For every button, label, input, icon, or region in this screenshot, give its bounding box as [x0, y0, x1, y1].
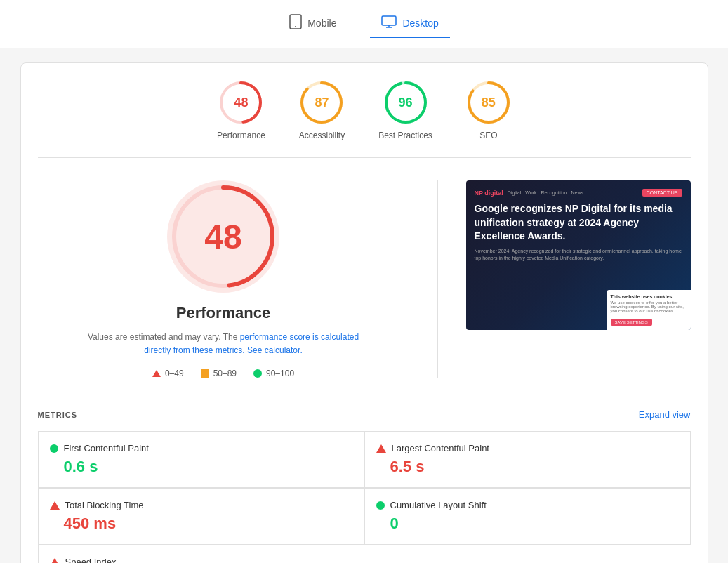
info-text: Values are estimated and may vary. The p…	[83, 331, 364, 357]
desktop-tab[interactable]: Desktop	[370, 10, 449, 38]
metric-cls-name-row: Cumulative Layout Shift	[376, 500, 679, 510]
content-area: 48 Performance Values are estimated and …	[38, 158, 691, 395]
calculator-link[interactable]: See calculator.	[247, 345, 303, 355]
top-navigation: Mobile Desktop	[0, 0, 728, 48]
metric-si-indicator	[50, 558, 60, 563]
expand-view-button[interactable]: Expand view	[639, 409, 691, 420]
info-text-static: Values are estimated and may vary. The	[88, 332, 237, 342]
legend-high-range: 90–100	[266, 369, 294, 378]
cookie-button: SAVE SETTINGS	[611, 319, 652, 326]
metrics-section-title: METRICS	[38, 411, 78, 419]
score-best-practices: 96 Best Practices	[378, 80, 432, 140]
metric-cls-label: Cumulative Layout Shift	[390, 500, 487, 510]
metric-si-label: Speed Index	[65, 557, 117, 563]
metric-fcp-name-row: First Contentful Paint	[50, 443, 353, 453]
nav-logo: NP digital	[475, 190, 503, 197]
metrics-section: METRICS Expand view First Contentful Pai…	[38, 395, 691, 563]
screenshot-nav: NP digital Digital Work Recognition News…	[475, 189, 682, 197]
performance-score-value: 48	[234, 95, 248, 110]
metrics-grid: First Contentful Paint 0.6 s Largest Con…	[38, 431, 691, 563]
svg-point-1	[295, 26, 296, 27]
performance-title: Performance	[176, 304, 271, 322]
metric-tbt-label: Total Blocking Time	[65, 500, 144, 510]
metric-cls-value: 0	[376, 515, 679, 533]
main-container: 48 Performance 87 Accessibility	[20, 62, 708, 563]
metric-cls: Cumulative Layout Shift 0	[364, 488, 691, 545]
metric-fcp-label: First Contentful Paint	[64, 443, 149, 453]
mobile-tab-label: Mobile	[307, 18, 336, 29]
seo-score-label: SEO	[479, 131, 497, 140]
legend-high: 90–100	[253, 369, 294, 378]
desktop-tab-label: Desktop	[402, 18, 438, 29]
metric-si: Speed Index 3.3 s	[38, 545, 364, 563]
metric-lcp: Largest Contentful Paint 6.5 s	[364, 431, 691, 488]
metric-tbt-name-row: Total Blocking Time	[50, 500, 353, 510]
score-circle-best-practices: 96	[383, 80, 428, 125]
cookie-text: We use cookies to offer you a better bro…	[611, 300, 687, 313]
metric-tbt-indicator	[50, 501, 60, 510]
big-score-value: 48	[204, 218, 241, 256]
nav-link-4: News	[571, 190, 583, 195]
score-accessibility: 87 Accessibility	[299, 80, 345, 140]
metric-lcp-name-row: Largest Contentful Paint	[376, 443, 679, 453]
legend-low-range: 0–49	[165, 369, 184, 378]
big-score-container: 48	[167, 180, 279, 293]
best-practices-score-label: Best Practices	[378, 131, 432, 140]
score-performance: 48 Performance	[217, 80, 265, 140]
nav-cta: CONTACT US	[642, 189, 682, 197]
cookie-bar: This website uses cookies We use cookies…	[607, 290, 691, 330]
metric-tbt: Total Blocking Time 450 ms	[38, 488, 364, 545]
accessibility-score-label: Accessibility	[299, 131, 345, 140]
performance-score-label: Performance	[217, 131, 265, 140]
metrics-header: METRICS Expand view	[38, 409, 691, 420]
legend-square-icon	[201, 369, 209, 378]
screenshot-preview: NP digital Digital Work Recognition News…	[466, 180, 691, 330]
screenshot-body: November 2024: Agency recognized for the…	[475, 248, 682, 262]
nav-link-1: Digital	[508, 190, 521, 195]
metric-fcp: First Contentful Paint 0.6 s	[38, 431, 364, 488]
score-seo: 85 SEO	[466, 80, 511, 140]
legend-mid: 50–89	[201, 369, 237, 378]
metric-lcp-value: 6.5 s	[376, 458, 679, 476]
mobile-icon	[289, 14, 302, 32]
metric-si-name-row: Speed Index	[50, 557, 353, 563]
nav-link-3: Recognition	[541, 190, 567, 195]
nav-links: Digital Work Recognition News	[508, 190, 583, 195]
metric-lcp-label: Largest Contentful Paint	[392, 443, 489, 453]
score-circle-accessibility: 87	[299, 80, 344, 125]
score-circle-performance: 48	[218, 80, 263, 125]
metric-fcp-indicator	[50, 444, 58, 453]
nav-link-2: Work	[525, 190, 536, 195]
desktop-icon	[381, 15, 397, 31]
mobile-tab[interactable]: Mobile	[278, 8, 348, 39]
legend-low: 0–49	[152, 369, 184, 378]
vertical-divider	[437, 180, 438, 378]
legend-mid-range: 50–89	[213, 369, 237, 378]
seo-score-value: 85	[482, 95, 496, 110]
accessibility-score-value: 87	[315, 95, 329, 110]
legend-triangle-icon	[152, 370, 161, 377]
svg-rect-2	[382, 16, 396, 25]
metric-lcp-indicator	[376, 444, 386, 453]
score-circle-seo: 85	[466, 80, 511, 125]
left-panel: 48 Performance Values are estimated and …	[38, 180, 409, 378]
right-panel: NP digital Digital Work Recognition News…	[466, 180, 691, 378]
screenshot-headline: Google recognizes NP Digital for its med…	[475, 202, 682, 244]
legend: 0–49 50–89 90–100	[152, 369, 294, 378]
metric-tbt-value: 450 ms	[50, 515, 353, 533]
metric-cls-indicator	[376, 501, 385, 510]
best-practices-score-value: 96	[399, 95, 413, 110]
scores-row: 48 Performance 87 Accessibility	[38, 80, 691, 158]
cookie-title: This website uses cookies	[611, 294, 687, 299]
legend-circle-icon	[253, 369, 262, 378]
metric-fcp-value: 0.6 s	[50, 458, 353, 476]
